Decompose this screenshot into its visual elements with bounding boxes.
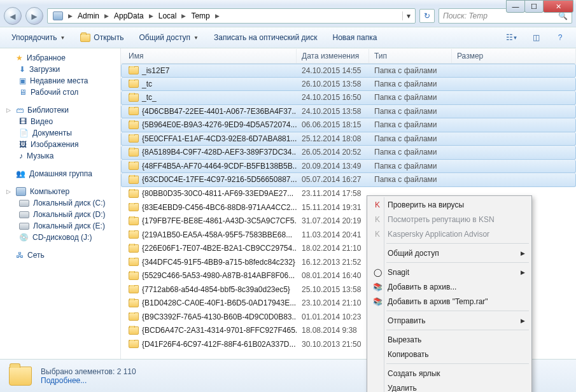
folder-icon <box>129 244 139 253</box>
close-button[interactable]: ✕ <box>543 0 573 13</box>
view-mode-button[interactable]: ☷ ▼ <box>501 30 523 45</box>
folder-icon <box>129 272 139 280</box>
address-bar[interactable]: ▶ Admin▶ AppData▶ Local▶ Temp▶ ▾ <box>47 8 416 24</box>
file-name: {4D6CBB47-22EE-4401-A067-7E36BA4F37... <box>142 107 297 116</box>
desktop-icon: 🖥 <box>19 88 27 97</box>
file-row[interactable]: _tc26.10.2015 13:58Папка с файлами <box>121 78 576 92</box>
nav-pictures[interactable]: 🖼Изображения <box>0 139 120 150</box>
organize-button[interactable]: Упорядочить▼ <box>5 31 71 45</box>
search-placeholder: Поиск: Temp <box>443 11 488 20</box>
file-row[interactable]: {4D6CBB47-22EE-4401-A067-7E36BA4F37...24… <box>121 105 576 119</box>
file-type: Папка с файлами <box>369 66 452 75</box>
help-button[interactable]: ? <box>549 30 571 45</box>
burn-button[interactable]: Записать на оптический диск <box>207 31 324 45</box>
ctx-shortcut[interactable]: Создать ярлык <box>369 366 530 381</box>
file-name: {219A1B50-EA5A-458A-95F5-7583BBE68... <box>142 230 292 239</box>
folder-icon <box>129 121 139 129</box>
back-button[interactable]: ◄ <box>4 7 22 25</box>
nav-cd-drive[interactable]: 💿CD-дисковод (J:) <box>0 232 120 243</box>
minimize-button[interactable]: — <box>506 0 525 13</box>
kaspersky-icon: K <box>372 214 383 225</box>
computer-root-icon[interactable] <box>49 10 67 22</box>
file-name: {80BB0D35-30C0-4811-AF69-33ED9AE27... <box>142 189 293 198</box>
file-date: 15.11.2014 19:31 <box>297 203 369 212</box>
breadcrumb-segment[interactable]: AppData <box>110 10 148 22</box>
ctx-add-archive[interactable]: 📚Добавить в архив... <box>369 279 530 294</box>
nav-drive-c[interactable]: Локальный диск (C:) <box>0 197 120 209</box>
file-type: Папка с файлами <box>369 107 452 116</box>
file-type: Папка с файлами <box>369 134 452 143</box>
file-row[interactable]: {5E0CFFA1-E1AF-4CD3-92E8-6D7ABA881...25.… <box>121 132 576 146</box>
nav-libraries[interactable]: ▷🗃Библиотеки <box>0 104 120 116</box>
nav-network[interactable]: 🖧Сеть <box>0 249 120 261</box>
file-row[interactable]: {48FF4B5A-AF70-4464-9CDF-B5FB138B5B...20… <box>121 160 576 174</box>
ctx-delete[interactable]: Удалить <box>369 381 530 392</box>
ctx-send-to[interactable]: Отправить▶ <box>369 313 530 328</box>
file-date: 06.06.2015 18:15 <box>297 120 369 129</box>
file-type: Папка с файлами <box>369 80 452 88</box>
file-row[interactable]: {8A5189B4-C9F7-428D-AEF3-389F37DC34...26… <box>121 146 576 160</box>
file-row[interactable]: _is12E724.10.2015 14:55Папка с файлами <box>121 64 576 78</box>
column-type[interactable]: Тип <box>369 49 452 63</box>
column-size[interactable]: Размер <box>452 49 576 63</box>
file-row[interactable]: _tc_24.10.2015 16:50Папка с файлами <box>121 91 576 105</box>
address-dropdown[interactable]: ▾ <box>402 11 414 20</box>
maximize-button[interactable]: ☐ <box>524 0 544 13</box>
folder-icon <box>129 148 139 157</box>
computer-icon <box>16 187 26 196</box>
forward-button[interactable]: ► <box>25 7 43 25</box>
file-date: 24.10.2015 16:50 <box>297 93 369 102</box>
status-more-link[interactable]: Подробнее... <box>41 376 136 385</box>
folder-icon <box>129 134 139 143</box>
column-name[interactable]: Имя <box>123 49 297 63</box>
file-name: {5E0CFFA1-E1AF-4CD3-92E8-6D7ABA881... <box>142 134 297 143</box>
ctx-share[interactable]: Общий доступ▶ <box>369 246 530 260</box>
document-icon: 📄 <box>19 129 29 137</box>
file-date: 24.10.2015 13:58 <box>297 107 369 116</box>
nav-favorites[interactable]: ★Избранное <box>0 52 120 64</box>
nav-music[interactable]: ♪Музыка <box>0 150 120 162</box>
nav-homegroup[interactable]: 👥Домашняя группа <box>0 168 120 179</box>
file-name: _is12E7 <box>142 66 169 75</box>
file-date: 31.07.2014 20:19 <box>297 216 369 225</box>
file-row[interactable]: {5B964E0E-B9A3-4276-9ED9-4D5A572074...06… <box>121 118 576 132</box>
preview-pane-button[interactable]: ◫ <box>525 30 547 45</box>
column-date[interactable]: Дата изменения <box>297 49 369 63</box>
file-type: Папка с файлами <box>369 175 452 184</box>
drive-icon <box>19 223 29 230</box>
nav-computer[interactable]: ▷Компьютер <box>0 186 120 197</box>
nav-drive-e[interactable]: Локальный диск (E:) <box>0 220 120 232</box>
file-date: 23.10.2014 21:10 <box>297 298 369 307</box>
ctx-ksn-reputation[interactable]: KПосмотреть репутацию в KSN <box>369 212 530 227</box>
winrar-icon: 📚 <box>372 297 383 307</box>
file-name: {5B964E0E-B9A3-4276-9ED9-4D5A572074... <box>142 120 297 129</box>
folder-icon <box>129 258 139 266</box>
ctx-kaspersky-advisor[interactable]: KKaspersky Application Advisor <box>369 227 530 241</box>
folder-icon <box>129 94 139 102</box>
kaspersky-icon: K <box>372 229 383 239</box>
ctx-add-archive-temp[interactable]: 📚Добавить в архив "Temp.rar" <box>369 294 530 309</box>
nav-downloads[interactable]: ⬇Загрузки <box>0 64 120 75</box>
breadcrumb-segment[interactable]: Temp <box>187 10 213 22</box>
file-name: {63CD0C4E-17FE-4C97-9216-5D56650887... <box>142 175 297 184</box>
nav-documents[interactable]: 📄Документы <box>0 127 120 139</box>
refresh-button[interactable]: ↻ <box>419 9 435 23</box>
ctx-copy[interactable]: Копировать <box>369 347 530 361</box>
file-row[interactable]: {63CD0C4E-17FE-4C97-9216-5D56650887...05… <box>121 173 576 187</box>
nav-recent[interactable]: ▣Недавние места <box>0 75 120 87</box>
breadcrumb-segment[interactable]: Local <box>155 10 181 22</box>
nav-videos[interactable]: 🎞Видео <box>0 116 120 127</box>
nav-desktop[interactable]: 🖥Рабочий стол <box>0 87 120 98</box>
ctx-scan-viruses[interactable]: KПроверить на вирусы <box>369 197 530 212</box>
breadcrumb-segment[interactable]: Admin <box>74 10 103 22</box>
nav-drive-d[interactable]: Локальный диск (D:) <box>0 209 120 220</box>
open-button[interactable]: Открыть <box>74 31 130 45</box>
file-date: 05.07.2014 16:27 <box>297 175 369 184</box>
recent-icon: ▣ <box>19 76 26 85</box>
folder-icon <box>129 190 139 198</box>
cd-icon: 💿 <box>19 233 29 242</box>
ctx-cut[interactable]: Вырезать <box>369 332 530 347</box>
ctx-snagit[interactable]: ◯Snagit▶ <box>369 265 530 279</box>
share-button[interactable]: Общий доступ▼ <box>132 31 205 45</box>
new-folder-button[interactable]: Новая папка <box>327 31 384 45</box>
